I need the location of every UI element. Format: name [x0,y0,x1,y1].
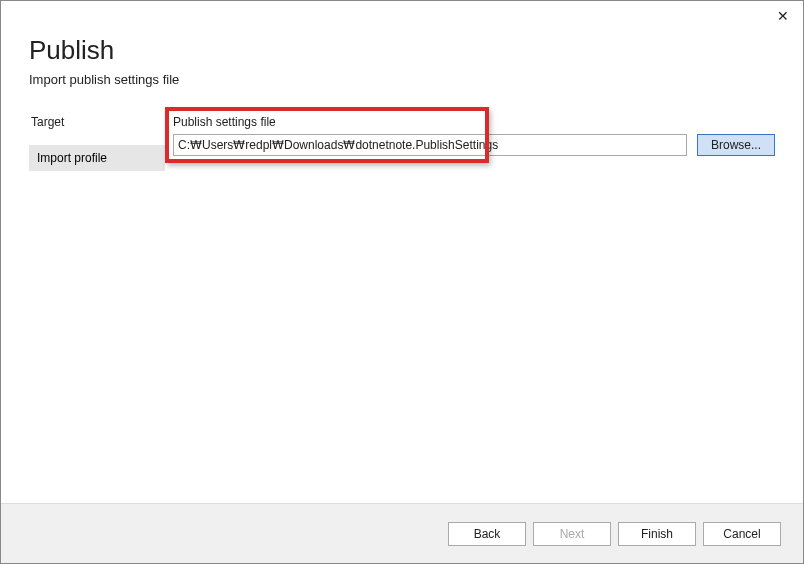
back-button[interactable]: Back [448,522,526,546]
next-button: Next [533,522,611,546]
finish-button[interactable]: Finish [618,522,696,546]
page-subtitle: Import publish settings file [29,72,775,87]
browse-button[interactable]: Browse... [697,134,775,156]
dialog-header: Publish Import publish settings file [1,1,803,87]
page-title: Publish [29,35,775,66]
dialog-footer: Back Next Finish Cancel [1,503,803,563]
close-icon[interactable]: ✕ [777,9,789,23]
sidebar: Target Import profile [29,115,165,171]
sidebar-heading: Target [29,115,165,129]
settings-file-row: Browse... [165,134,775,156]
dialog-body: Target Import profile Publish settings f… [1,115,803,171]
main-panel: Publish settings file Browse... [165,115,803,171]
sidebar-item-import-profile[interactable]: Import profile [29,145,165,171]
settings-file-input[interactable] [173,134,687,156]
cancel-button[interactable]: Cancel [703,522,781,546]
settings-file-label: Publish settings file [165,115,775,129]
